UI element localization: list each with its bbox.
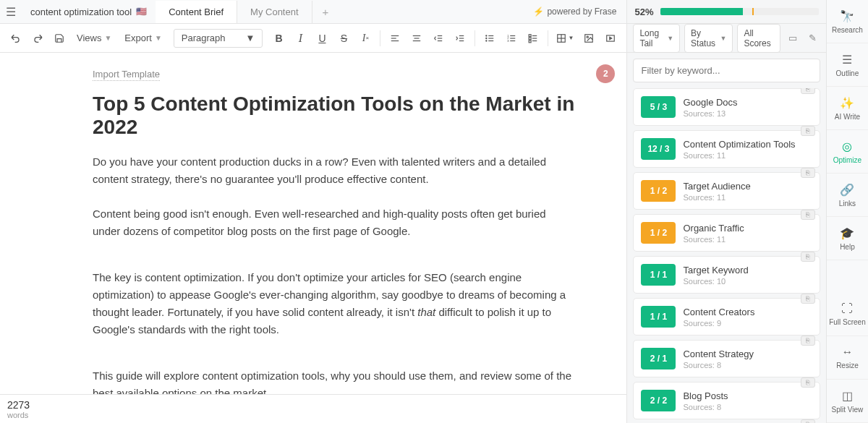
copy-icon[interactable]: ⎘: [801, 377, 815, 388]
copy-icon[interactable]: ⎘: [801, 336, 815, 346]
paragraph[interactable]: The key is content optimization. If you …: [93, 269, 576, 338]
topic-card[interactable]: ⎘1 / 1Target KeywordSources: 10: [633, 256, 820, 294]
topic-sources: Sources: 8: [683, 403, 812, 411]
menu-icon[interactable]: ☰: [0, 5, 22, 19]
italic-button[interactable]: I: [290, 28, 310, 48]
outdent-button[interactable]: [428, 28, 448, 48]
topic-sources: Sources: 8: [683, 361, 812, 369]
rail-fullscreen[interactable]: ⛶Full Screen: [827, 293, 868, 336]
paragraph[interactable]: This guide will explore content optimiza…: [93, 367, 576, 394]
checklist-button[interactable]: [523, 28, 543, 48]
copy-icon[interactable]: ⎘: [801, 168, 815, 178]
export-dropdown[interactable]: Export▼: [119, 28, 167, 48]
svg-marker-36: [610, 37, 612, 40]
copy-icon[interactable]: ⎘: [801, 210, 815, 220]
target-icon: ◎: [842, 140, 852, 153]
topic-count-badge: 1 / 2: [641, 180, 676, 202]
rail-optimize[interactable]: ◎Optimize: [827, 130, 868, 174]
topic-count-badge: 5 / 3: [641, 96, 676, 118]
topic-sources: Sources: 9: [683, 319, 812, 328]
document-title[interactable]: content optimization tool 🇺🇸: [22, 7, 156, 17]
undo-button[interactable]: [6, 28, 26, 48]
chevron-down-icon: ▼: [720, 35, 726, 42]
filter-scores[interactable]: All Scores: [737, 24, 780, 53]
topic-card[interactable]: ⎘12 / 3Content Optimization ToolsSources…: [633, 130, 820, 168]
bullet-list-button[interactable]: [480, 28, 500, 48]
filter-status[interactable]: By Status▼: [684, 24, 733, 53]
table-button[interactable]: ▼: [553, 28, 577, 48]
filter-longtail[interactable]: Long Tail▼: [633, 24, 680, 53]
topic-count-badge: 2 / 1: [641, 348, 676, 369]
svg-point-34: [587, 36, 589, 38]
filter-keyword-input[interactable]: [633, 59, 820, 82]
topic-card[interactable]: ⎘1 / 1Content CreatorsSources: 9: [633, 298, 820, 336]
chevron-down-icon: ▼: [104, 34, 111, 42]
align-center-button[interactable]: [407, 28, 427, 48]
topic-card[interactable]: ⎘2 / 1Content StrategySources: 8: [633, 340, 820, 377]
highlight-icon[interactable]: ✎: [804, 29, 820, 48]
topic-count-badge: 1 / 1: [641, 306, 676, 328]
topic-card[interactable]: ⎘5 / 3Google DocsSources: 13: [633, 88, 820, 126]
help-icon: 🎓: [840, 226, 854, 240]
rail-help[interactable]: 🎓Help: [827, 217, 868, 260]
underline-button[interactable]: U: [312, 28, 332, 48]
strikethrough-button[interactable]: S: [333, 28, 354, 48]
rail-links[interactable]: 🔗Links: [827, 174, 868, 217]
rail-outline[interactable]: ☰Outline: [827, 43, 868, 87]
fullscreen-icon: ⛶: [841, 302, 853, 315]
page-title[interactable]: Top 5 Content Optimization Tools on the …: [93, 93, 576, 139]
topic-name: Organic Traffic: [683, 223, 812, 234]
outline-icon: ☰: [842, 53, 852, 67]
topic-name: Content Strategy: [683, 349, 812, 359]
topic-card[interactable]: ⎘1 / 2Target AudienceSources: 11: [633, 172, 820, 210]
copy-icon[interactable]: ⎘: [801, 252, 815, 262]
paragraph[interactable]: Do you have your content production duck…: [93, 153, 576, 188]
splitview-icon: ◫: [842, 389, 853, 403]
svg-rect-26: [529, 37, 532, 39]
copy-icon[interactable]: ⎘: [801, 294, 815, 304]
save-button[interactable]: [49, 28, 69, 48]
topic-sources: Sources: 10: [683, 277, 812, 286]
rail-splitview[interactable]: ◫Split View: [827, 380, 868, 423]
tab-content-brief[interactable]: Content Brief: [156, 1, 237, 23]
topic-count-badge: 1 / 1: [641, 264, 676, 286]
import-template-link[interactable]: Import Template: [93, 69, 160, 81]
clear-format-button[interactable]: I×: [355, 28, 375, 48]
comment-badge[interactable]: 2: [596, 64, 615, 83]
rail-aiwrite[interactable]: ✨AI Write: [827, 87, 868, 130]
topic-card[interactable]: ⎘1 / 2Organic TrafficSources: 11: [633, 214, 820, 252]
topic-card[interactable]: ⎘2 / 2Blog PostsSources: 8: [633, 382, 820, 419]
rail-research[interactable]: 🔭Research: [827, 0, 868, 43]
topic-name: Blog Posts: [683, 390, 812, 401]
image-button[interactable]: [579, 28, 599, 48]
tab-my-content[interactable]: My Content: [237, 1, 312, 23]
bolt-icon: ⚡: [533, 7, 544, 17]
word-count: 2273: [7, 399, 619, 411]
flag-icon: 🇺🇸: [136, 7, 147, 17]
video-button[interactable]: [600, 28, 621, 48]
doc-title-text: content optimization tool: [30, 7, 132, 17]
views-dropdown[interactable]: Views▼: [71, 28, 117, 48]
add-tab-button[interactable]: +: [312, 0, 339, 24]
indent-button[interactable]: [450, 28, 470, 48]
numbered-list-button[interactable]: 123: [501, 28, 522, 48]
expand-icon[interactable]: ▭: [785, 29, 800, 48]
chevron-down-icon: ▼: [155, 34, 162, 42]
resize-icon: ↔: [841, 346, 853, 359]
redo-button[interactable]: [27, 28, 48, 48]
paragraph[interactable]: Content being good isn't enough. Even we…: [93, 205, 576, 240]
rail-resize[interactable]: ↔Resize: [827, 336, 868, 380]
chevron-down-icon: ▼: [246, 33, 255, 43]
powered-by: ⚡ powered by Frase: [533, 7, 616, 17]
word-count-label: words: [7, 411, 619, 419]
copy-icon[interactable]: ⎘: [801, 419, 815, 423]
svg-text:3: 3: [508, 38, 510, 42]
topic-sources: Sources: 11: [683, 151, 812, 160]
topic-count-badge: 12 / 3: [641, 138, 676, 160]
bold-button[interactable]: B: [268, 28, 289, 48]
format-dropdown[interactable]: Paragraph▼: [174, 29, 263, 48]
align-left-button[interactable]: [385, 28, 405, 48]
topic-count-badge: 1 / 2: [641, 222, 676, 244]
copy-icon[interactable]: ⎘: [801, 88, 815, 94]
copy-icon[interactable]: ⎘: [801, 126, 815, 136]
